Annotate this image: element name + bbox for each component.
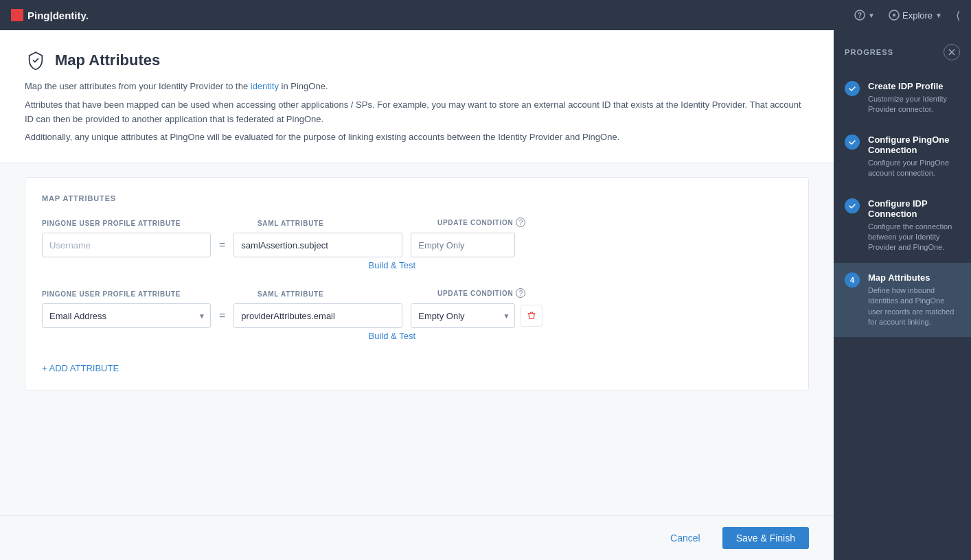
equals-1: = — [219, 239, 225, 251]
shield-icon — [25, 49, 47, 71]
saml-label-1: SAML ATTRIBUTE — [258, 220, 323, 227]
check-icon-2 — [848, 138, 856, 146]
update-condition-wrap-1: Empty Only — [411, 233, 515, 257]
compass-icon — [889, 10, 900, 21]
main-layout: Map Attributes Map the user attributes f… — [0, 30, 971, 560]
progress-step-1: Create IDP Profile Customize your Identi… — [834, 71, 971, 125]
page-content-scroll: MAP ATTRIBUTES PINGONE USER PROFILE ATTR… — [0, 163, 834, 560]
step-4-desc: Define how inbound Identities and PingOn… — [868, 285, 960, 328]
sidebar-header: PROGRESS — [834, 44, 971, 71]
page-title: Map Attributes — [55, 51, 160, 69]
pingone-select-2[interactable]: Email Address — [42, 303, 211, 328]
build-test-row-1: Build & Test — [42, 257, 415, 270]
saml-label-2: SAML ATTRIBUTE — [258, 290, 323, 298]
progress-title: PROGRESS — [845, 48, 893, 56]
explore-label: Explore — [902, 10, 933, 21]
map-section: MAP ATTRIBUTES PINGONE USER PROFILE ATTR… — [25, 177, 809, 391]
step-1-title: Create IDP Profile — [868, 81, 960, 91]
section-title: MAP ATTRIBUTES — [42, 194, 792, 202]
delete-button-2[interactable] — [521, 305, 542, 327]
check-icon-1 — [848, 84, 856, 93]
description-1: Map the user attributes from your Identi… — [25, 80, 809, 94]
step-1-icon — [845, 81, 860, 96]
progress-step-2: Configure PingOne Connection Configure y… — [834, 125, 971, 189]
explore-chevron: ▼ — [935, 12, 942, 19]
update-condition-select-2[interactable]: Empty Only Always Never — [411, 303, 515, 328]
logo-square — [11, 9, 23, 21]
update-condition-static-1: Empty Only — [411, 233, 515, 257]
close-icon — [948, 49, 955, 56]
pingone-input-1[interactable] — [42, 233, 211, 257]
attr-fields-1: = Empty Only — [42, 233, 792, 257]
build-test-row-2: Build & Test — [42, 328, 415, 341]
equals-2: = — [219, 310, 225, 322]
close-button[interactable] — [944, 44, 960, 60]
step-2-content: Configure PingOne Connection Configure y… — [868, 135, 960, 179]
step-4-title: Map Attributes — [868, 272, 960, 283]
topbar: Ping|dentity. ? ▼ Explore ▼ ⟨ — [0, 0, 971, 30]
trash-icon — [527, 311, 536, 320]
attr-labels-2: PINGONE USER PROFILE ATTRIBUTE SAML ATTR… — [42, 287, 792, 299]
explore-button[interactable]: Explore ▼ — [889, 10, 942, 21]
pingone-select-wrap-2: Email Address ▼ — [42, 303, 211, 328]
page-header: Map Attributes Map the user attributes f… — [0, 30, 834, 163]
add-attribute[interactable]: + ADD ATTRIBUTE — [42, 358, 792, 374]
logo-text: Ping|dentity. — [27, 10, 89, 21]
add-attribute-label[interactable]: + ADD ATTRIBUTE — [42, 363, 119, 373]
step-4-icon: 4 — [845, 272, 860, 288]
step-3-desc: Configure the connection between your Id… — [868, 222, 960, 253]
step-3-icon — [845, 198, 860, 213]
saml-input-1[interactable] — [233, 233, 402, 257]
svg-point-3 — [893, 14, 895, 16]
topbar-right: ? ▼ Explore ▼ ⟨ — [854, 9, 960, 22]
attr-labels-1: PINGONE USER PROFILE ATTRIBUTE SAML ATTR… — [42, 216, 792, 229]
pingone-label-1: PINGONE USER PROFILE ATTRIBUTE — [42, 220, 181, 227]
collapse-button[interactable]: ⟨ — [956, 9, 960, 22]
step-1-desc: Customize your Identity Provider connect… — [868, 94, 960, 115]
progress-step-3: Configure IDP Connection Configure the c… — [834, 189, 971, 263]
build-test-link-1[interactable]: Build & Test — [247, 260, 415, 270]
step-3-content: Configure IDP Connection Configure the c… — [868, 198, 960, 253]
step-2-desc: Configure your PingOne account connectio… — [868, 158, 960, 179]
step-2-title: Configure PingOne Connection — [868, 135, 960, 155]
description-3: Additionally, any unique attributes at P… — [25, 130, 809, 145]
check-icon-3 — [848, 202, 856, 210]
cancel-button[interactable]: Cancel — [656, 527, 714, 549]
step-3-title: Configure IDP Connection — [868, 198, 960, 219]
description-2: Attributes that have been mapped can be … — [25, 98, 809, 127]
step-2-icon — [845, 135, 860, 150]
progress-step-4: 4 Map Attributes Define how inbound Iden… — [834, 263, 971, 338]
attr-row-1: PINGONE USER PROFILE ATTRIBUTE SAML ATTR… — [42, 216, 792, 270]
content-area: Map Attributes Map the user attributes f… — [0, 30, 834, 560]
step-4-content: Map Attributes Define how inbound Identi… — [868, 272, 960, 328]
progress-sidebar: PROGRESS Create IDP Profile Customize yo… — [834, 30, 971, 560]
save-button[interactable]: Save & Finish — [722, 527, 809, 549]
help-chevron: ▼ — [868, 12, 875, 19]
help-button[interactable]: ? ▼ — [854, 10, 875, 21]
build-test-link-2[interactable]: Build & Test — [247, 331, 415, 341]
saml-input-2[interactable] — [233, 303, 402, 328]
logo: Ping|dentity. — [11, 9, 89, 21]
update-condition-wrap-2: Empty Only Always Never ▼ — [411, 303, 515, 328]
pingone-label-2: PINGONE USER PROFILE ATTRIBUTE — [42, 290, 181, 298]
svg-text:?: ? — [858, 12, 862, 19]
update-help-icon-1[interactable]: ? — [516, 218, 525, 227]
attr-row-2: PINGONE USER PROFILE ATTRIBUTE SAML ATTR… — [42, 287, 792, 341]
update-label-2: UPDATE CONDITION — [437, 290, 513, 297]
update-help-icon-2[interactable]: ? — [516, 288, 525, 298]
footer: Cancel Save & Finish — [0, 515, 834, 560]
step-1-content: Create IDP Profile Customize your Identi… — [868, 81, 960, 115]
question-icon: ? — [854, 10, 865, 21]
page-title-row: Map Attributes — [25, 49, 809, 71]
identity-link[interactable]: identity — [251, 81, 279, 91]
attr-fields-2: Email Address ▼ = Empty Only Always Neve… — [42, 303, 792, 328]
update-label-1: UPDATE CONDITION — [437, 219, 513, 226]
